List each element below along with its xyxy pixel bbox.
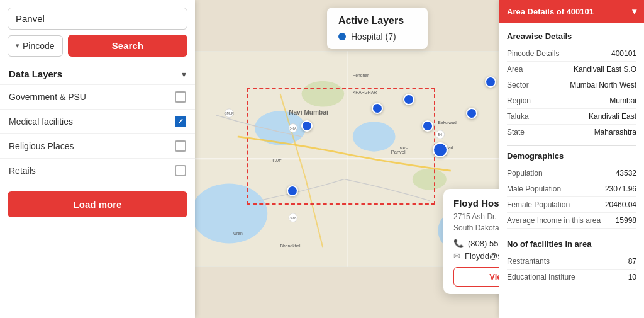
layer-retail-checkbox[interactable] [175,165,186,176]
hospital-popup: Floyd Hospital 2715 Ash Dr. San Jose,Sou… [443,189,499,294]
map-pin-6[interactable] [287,185,298,196]
detail-area: Area Kandivali East S.O [507,62,636,77]
active-layer-hospital: Hospital (7) [338,31,416,42]
right-header-title: Area Details of 400101 [507,7,594,16]
svg-text:Panvel: Panvel [391,149,406,155]
detail-region-value: Mumbai [609,96,636,105]
search-button[interactable]: Search [68,35,187,57]
view-profile-button[interactable]: View Profile [453,267,499,287]
areawise-details-title: Areawise Details [507,31,636,41]
layer-gov-label: Government & PSU [9,92,86,102]
demo-population: Population 43532 [507,166,636,181]
right-header-chevron-icon[interactable]: ▾ [632,6,636,16]
layer-item-gov[interactable]: Government & PSU [0,84,195,109]
popup-email: Floydd@support.inc [465,251,499,261]
right-panel: Area Details of 400101 ▾ Areawise Detail… [499,0,644,318]
email-icon: ✉ [453,251,460,261]
detail-state-label: State [507,128,525,137]
divider-1 [507,145,636,146]
search-input[interactable] [8,8,187,30]
hospital-dot [338,33,346,40]
detail-state-value: Maharashtra [594,128,636,137]
detail-area-label: Area [507,65,523,74]
popup-phone-row: 📞 (808) 555-0111 [453,239,499,248]
map-pin-5[interactable] [466,108,477,119]
layer-item-religious[interactable]: Religious Places [0,133,195,158]
svg-point-9 [413,169,447,190]
search-row: ▾ Pincode Search [8,35,187,57]
layer-list: Government & PSU Medical facilities Reli… [0,84,195,183]
facility-education-value: 10 [628,273,636,281]
map-pin-1[interactable] [301,120,313,132]
popup-address: 2715 Ash Dr. San Jose,South Dakota 83475 [453,211,499,234]
svg-point-8 [301,81,344,107]
svg-text:54: 54 [438,132,442,137]
svg-text:KHARGHAR: KHARGHAR [353,90,377,94]
data-layers-title: Data Layers [9,69,62,79]
layer-religious-label: Religious Places [9,141,74,151]
svg-point-7 [353,122,396,151]
detail-taluka-label: Taluka [507,112,529,121]
demo-income-label: Average Income in this area [507,216,601,225]
pincode-chevron-icon: ▾ [16,42,19,50]
detail-region: Region Mumbai [507,93,636,109]
map-pin-3[interactable] [403,94,414,105]
popup-phone: (808) 555-0111 [468,239,499,248]
detail-pincode-label: Pincode Details [507,49,559,58]
svg-text:Bakulwadi: Bakulwadi [438,120,457,125]
map-area[interactable]: Navi Mumbai Panvel Pendhar KHARGHAR Baku… [195,0,499,318]
demo-income: Average Income in this area 15998 [507,213,636,229]
demo-income-value: 15998 [616,216,636,225]
layer-gov-checkbox[interactable] [175,91,186,103]
detail-region-label: Region [507,96,531,105]
pincode-button[interactable]: ▾ Pincode [8,35,63,57]
svg-text:GMLR: GMLR [224,111,234,115]
demo-female-value: 20460.04 [605,200,636,209]
phone-icon: 📞 [453,239,464,248]
detail-sector: Sector Mumbai North West [507,77,636,93]
demo-male-label: Male Population [507,185,561,193]
map-pin-main[interactable] [433,142,448,157]
right-panel-header: Area Details of 400101 ▾ [499,0,644,23]
layer-medical-checkbox[interactable] [175,116,186,127]
demo-male: Male Population 23071.96 [507,181,636,197]
facility-restaurants-label: Restrantants [507,257,550,266]
detail-pincode-value: 400101 [611,49,636,58]
search-area: ▾ Pincode Search [0,0,195,62]
detail-pincode: Pincode Details 400101 [507,46,636,62]
svg-text:MPE: MPE [399,145,408,150]
svg-text:Bhendkhal: Bhendkhal [280,244,301,248]
demo-female: Female Population 20460.04 [507,197,636,213]
map-pin-4[interactable] [422,120,433,132]
detail-area-value: Kandivali East S.O [574,65,636,74]
layer-religious-checkbox[interactable] [175,140,186,152]
map-pin-2[interactable] [372,103,383,114]
left-panel: ▾ Pincode Search Data Layers ▾ Governmen… [0,0,195,318]
detail-sector-value: Mumbai North West [570,81,636,89]
hospital-layer-label: Hospital (7) [351,31,396,42]
svg-text:348A: 348A [289,127,297,130]
layer-item-medical[interactable]: Medical facilities [0,109,195,133]
active-layers-box: Active Layers Hospital (7) [327,8,428,49]
facilities-title: No of facilities in area [507,239,636,249]
layer-item-retail[interactable]: Retails [0,158,195,183]
svg-text:Pendhar: Pendhar [353,73,369,77]
svg-text:348B: 348B [289,217,296,220]
divider-2 [507,234,636,234]
data-layers-toggle-icon[interactable]: ▾ [182,69,186,79]
map-pin-7[interactable] [485,76,496,88]
active-layers-title: Active Layers [338,15,416,26]
demo-population-label: Population [507,169,543,178]
pincode-label: Pincode [23,41,55,51]
facility-education-label: Educational Institure [507,273,575,281]
demo-male-value: 23071.96 [605,185,636,193]
demographics-title: Demographics [507,151,636,161]
layer-retail-label: Retails [9,166,36,176]
layer-medical-label: Medical facilities [9,116,73,127]
facility-restaurants: Restrantants 87 [507,254,636,270]
facility-education: Educational Institure 10 [507,270,636,285]
load-more-button[interactable]: Load more [8,191,187,217]
detail-taluka: Taluka Kandivali East [507,109,636,125]
detail-state: State Maharashtra [507,125,636,140]
data-layers-header: Data Layers ▾ [0,62,195,84]
